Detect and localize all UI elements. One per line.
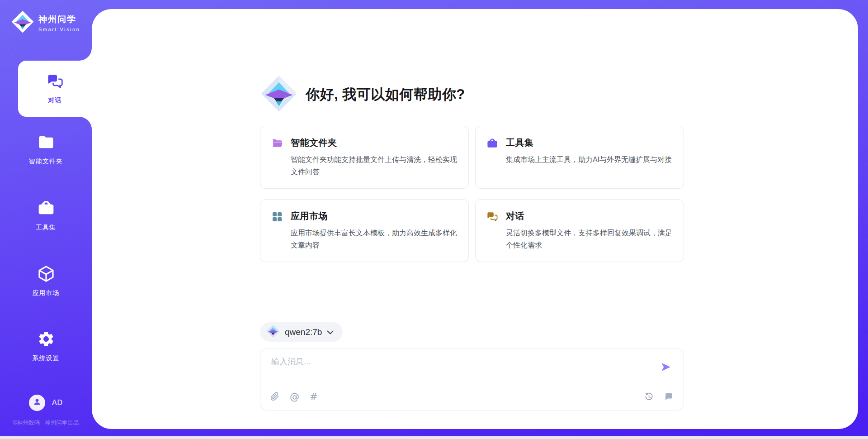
hash-icon: # xyxy=(310,392,318,402)
sidebar-item-settings[interactable]: 系统设置 xyxy=(0,330,92,363)
message-composer: @ # xyxy=(260,348,684,410)
card-title: 工具集 xyxy=(506,137,672,149)
sidebar-item-label: 智能文件夹 xyxy=(29,157,63,166)
brand-logo: 神州问学 Smart Vision xyxy=(11,10,80,35)
card-title: 对话 xyxy=(506,210,673,222)
model-selector[interactable]: qwen2:7b xyxy=(260,322,343,342)
new-chat-button[interactable] xyxy=(664,392,674,403)
card-title: 智能文件夹 xyxy=(291,137,458,149)
card-app-market[interactable]: 应用市场 应用市场提供丰富长文本模板，助力高效生成多样化文章内容 xyxy=(260,199,469,262)
user-profile[interactable]: AD xyxy=(0,395,92,411)
tab-curve-bottom xyxy=(79,117,92,129)
grid-icon xyxy=(271,211,283,251)
toolbox-icon xyxy=(37,199,55,219)
chat-icon xyxy=(486,211,498,251)
brand-subtitle: Smart Vision xyxy=(38,27,80,32)
composer-toolbar: @ # xyxy=(270,384,674,410)
message-bubble-icon xyxy=(664,392,674,403)
topic-button[interactable]: # xyxy=(310,392,318,402)
card-chat[interactable]: 对话 灵活切换多模型文件，支持多样回复效果调试，满足个性化需求 xyxy=(475,199,684,262)
mention-button[interactable]: @ xyxy=(290,392,299,402)
card-smart-folder[interactable]: 智能文件夹 智能文件夹功能支持批量文件上传与清洗，轻松实现文件问答 xyxy=(260,126,469,189)
greeting-title: 你好, 我可以如何帮助你? xyxy=(306,85,465,104)
paperclip-icon xyxy=(270,392,279,402)
user-initials: AD xyxy=(52,399,63,407)
folder-open-icon xyxy=(271,138,283,178)
sidebar-footer-credit: ©神州数码 · 神州问学出品 xyxy=(0,419,92,427)
brand-name: 神州问学 xyxy=(38,14,80,25)
tab-curve-top xyxy=(79,48,92,61)
sidebar-item-smart-folder[interactable]: 智能文件夹 xyxy=(0,133,92,166)
card-title: 应用市场 xyxy=(291,210,458,222)
diamond-logo-icon xyxy=(266,324,280,340)
feature-cards: 智能文件夹 智能文件夹功能支持批量文件上传与清洗，轻松实现文件问答 工具集 集成… xyxy=(260,126,684,262)
main-content: 你好, 我可以如何帮助你? 智能文件夹 智能文件夹功能支持批量文件上传与清洗，轻… xyxy=(260,9,684,429)
card-description: 智能文件夹功能支持批量文件上传与清洗，轻松实现文件问答 xyxy=(291,153,458,178)
folder-icon xyxy=(37,133,55,153)
history-icon xyxy=(644,392,654,403)
send-button[interactable] xyxy=(659,361,673,374)
diamond-logo-icon xyxy=(260,75,298,115)
history-button[interactable] xyxy=(644,392,654,403)
sidebar-item-label: 系统设置 xyxy=(33,354,60,363)
message-input[interactable] xyxy=(271,356,642,382)
model-name: qwen2:7b xyxy=(285,327,322,337)
sidebar-item-label: 工具集 xyxy=(36,224,56,232)
diamond-logo-icon xyxy=(11,10,34,35)
sidebar-item-chat[interactable]: 对话 xyxy=(18,61,92,117)
avatar xyxy=(29,395,45,411)
attach-file-button[interactable] xyxy=(270,392,279,402)
greeting: 你好, 我可以如何帮助你? xyxy=(260,75,465,115)
send-icon xyxy=(660,361,672,374)
sidebar-item-label: 应用市场 xyxy=(33,289,60,297)
card-description: 灵活切换多模型文件，支持多样回复效果调试，满足个性化需求 xyxy=(506,227,673,251)
chevron-down-icon xyxy=(327,328,334,336)
card-description: 应用市场提供丰富长文本模板，助力高效生成多样化文章内容 xyxy=(291,227,458,251)
at-icon: @ xyxy=(290,392,299,402)
sidebar-item-label: 对话 xyxy=(48,96,62,105)
card-toolbox[interactable]: 工具集 集成市场上主流工具，助力AI与外界无缝扩展与对接 xyxy=(475,126,684,189)
cube-icon xyxy=(37,265,55,285)
chat-icon xyxy=(47,73,64,92)
person-icon xyxy=(32,397,42,409)
page-bottom-strip xyxy=(0,436,868,439)
sidebar-item-toolbox[interactable]: 工具集 xyxy=(0,199,92,232)
gear-icon xyxy=(37,330,55,350)
toolbox-icon xyxy=(486,138,498,178)
card-description: 集成市场上主流工具，助力AI与外界无缝扩展与对接 xyxy=(506,153,672,166)
sidebar-item-app-market[interactable]: 应用市场 xyxy=(0,265,92,297)
sidebar: 神州问学 Smart Vision 对话 智能文件夹 xyxy=(0,0,92,436)
